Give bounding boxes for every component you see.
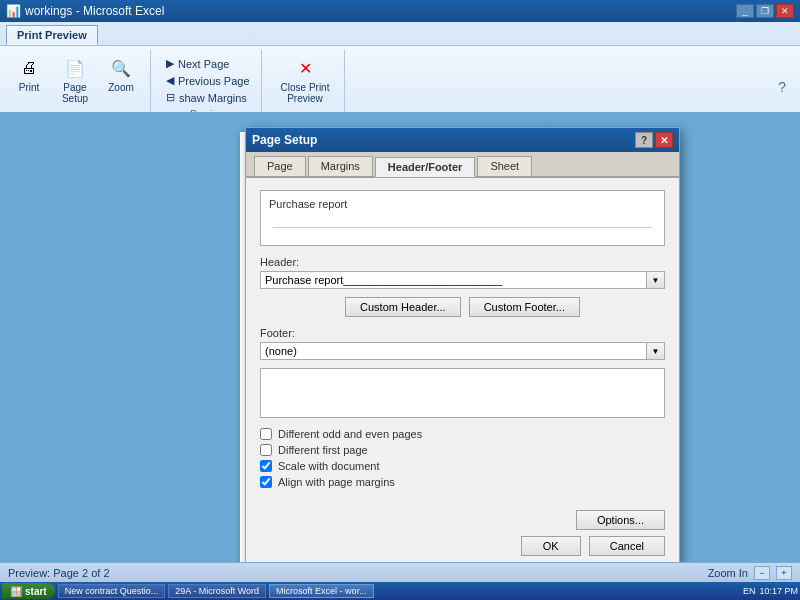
header-dropdown-btn[interactable]: ▼ [646, 272, 664, 288]
dialog-body: Purchase report Header: ▼ Custom Header.… [246, 178, 679, 504]
taskbar-item-2[interactable]: Microsoft Excel - wor... [269, 584, 374, 598]
zoom-label: Zoom [108, 82, 134, 93]
checkbox-scale-doc[interactable] [260, 460, 272, 472]
footer-label: Footer: [260, 327, 665, 339]
cancel-button[interactable]: Cancel [589, 536, 665, 556]
page-setup-button[interactable]: 📄 PageSetup [54, 50, 96, 108]
taskbar: 🪟 start New contract Questio... 29A - Mi… [0, 582, 800, 600]
start-button[interactable]: 🪟 start [2, 583, 55, 599]
dialog-title: Page Setup [252, 133, 317, 147]
close-preview-label: Close PrintPreview [281, 82, 330, 104]
dialog-tabs: Page Margins Header/Footer Sheet [246, 152, 679, 178]
dialog-help-btn[interactable]: ? [635, 132, 653, 148]
dialog-footer: Options... OK Cancel [246, 504, 679, 566]
clock: 10:17 PM [759, 586, 798, 596]
checkbox-align-margins-label: Align with page margins [278, 476, 395, 488]
margins-icon: ⊟ [166, 91, 175, 104]
zoom-minus-btn[interactable]: − [754, 566, 770, 580]
prev-page-label: Previous Page [178, 75, 250, 87]
checkbox-diff-first[interactable] [260, 444, 272, 456]
footer-select-wrapper: ▼ [260, 342, 665, 360]
statusbar-text: Preview: Page 2 of 2 [8, 567, 110, 579]
page-setup-label: PageSetup [62, 82, 88, 104]
taskbar-item-1[interactable]: 29A - Microsoft Word [168, 584, 266, 598]
footer-preview-box [260, 368, 665, 418]
tab-header-footer[interactable]: Header/Footer [375, 157, 476, 177]
lang-indicator: EN [743, 586, 756, 596]
page-setup-dialog: Page Setup ? ✕ Page Margins Header/Foote… [245, 127, 680, 567]
header-select-wrapper: ▼ [260, 271, 665, 289]
close-window-btn[interactable]: ✕ [776, 4, 794, 18]
print-button[interactable]: 🖨 Print [8, 50, 50, 97]
custom-header-button[interactable]: Custom Header... [345, 297, 461, 317]
checkbox-scale-doc-label: Scale with document [278, 460, 380, 472]
next-page-icon: ▶ [166, 57, 174, 70]
header-preview-line [273, 227, 652, 228]
dialog-overlay: Page Setup ? ✕ Page Margins Header/Foote… [0, 112, 800, 562]
statusbar-right: Zoom In − + [708, 566, 792, 580]
statusbar: Preview: Page 2 of 2 Zoom In − + [0, 562, 800, 582]
checkbox-align-margins[interactable] [260, 476, 272, 488]
header-form-row: Header: ▼ [260, 256, 665, 289]
checkbox-diff-odd-even-label: Different odd and even pages [278, 428, 422, 440]
custom-btn-row: Custom Header... Custom Footer... [260, 297, 665, 317]
show-margins-button[interactable]: ⊟ shaw Margins [163, 90, 253, 105]
dialog-close-btn[interactable]: ✕ [655, 132, 673, 148]
start-label: start [25, 586, 47, 597]
taskbar-item-0[interactable]: New contract Questio... [58, 584, 166, 598]
taskbar-right: EN 10:17 PM [743, 586, 798, 596]
prev-page-icon: ◀ [166, 74, 174, 87]
tab-margins[interactable]: Margins [308, 156, 373, 176]
prev-page-button[interactable]: ◀ Previous Page [163, 73, 253, 88]
checkbox-diff-odd-even[interactable] [260, 428, 272, 440]
show-margins-label: shaw Margins [179, 92, 247, 104]
checkbox-scale-doc-row: Scale with document [260, 460, 665, 472]
tab-page[interactable]: Page [254, 156, 306, 176]
ok-button[interactable]: OK [521, 536, 581, 556]
window-title: workings - Microsoft Excel [25, 4, 164, 18]
checkbox-diff-first-label: Different first page [278, 444, 368, 456]
header-preview-text: Purchase report [265, 195, 660, 213]
footer-input[interactable] [261, 343, 646, 359]
minimize-btn[interactable]: _ [736, 4, 754, 18]
dialog-titlebar: Page Setup ? ✕ [246, 128, 679, 152]
help-button[interactable]: ? [772, 77, 792, 97]
checkbox-diff-first-row: Different first page [260, 444, 665, 456]
print-icon: 🖨 [15, 54, 43, 82]
zoom-plus-btn[interactable]: + [776, 566, 792, 580]
ribbon-group-preview: ▶ Next Page ◀ Previous Page ⊟ shaw Margi… [163, 50, 262, 120]
close-print-preview-button[interactable]: ✕ Close PrintPreview [274, 50, 337, 108]
footer-form-row: Footer: ▼ [260, 327, 665, 360]
start-icon: 🪟 [10, 586, 22, 597]
custom-footer-button[interactable]: Custom Footer... [469, 297, 580, 317]
header-label: Header: [260, 256, 665, 268]
close-preview-icon: ✕ [291, 54, 319, 82]
checkbox-align-margins-row: Align with page margins [260, 476, 665, 488]
header-preview-box: Purchase report [260, 190, 665, 246]
options-button[interactable]: Options... [576, 510, 665, 530]
header-input[interactable] [261, 272, 646, 288]
page-setup-icon: 📄 [61, 54, 89, 82]
next-page-button[interactable]: ▶ Next Page [163, 56, 253, 71]
zoom-in-label: Zoom In [708, 567, 748, 579]
restore-btn[interactable]: ❐ [756, 4, 774, 18]
tab-sheet[interactable]: Sheet [477, 156, 532, 176]
zoom-button[interactable]: 🔍 Zoom [100, 50, 142, 97]
checkbox-diff-odd-even-row: Different odd and even pages [260, 428, 665, 440]
footer-dropdown-btn[interactable]: ▼ [646, 343, 664, 359]
tab-print-preview[interactable]: Print Preview [6, 25, 98, 45]
next-page-label: Next Page [178, 58, 229, 70]
zoom-icon: 🔍 [107, 54, 135, 82]
print-label: Print [19, 82, 40, 93]
title-bar: 📊 workings - Microsoft Excel _ ❐ ✕ [0, 0, 800, 22]
